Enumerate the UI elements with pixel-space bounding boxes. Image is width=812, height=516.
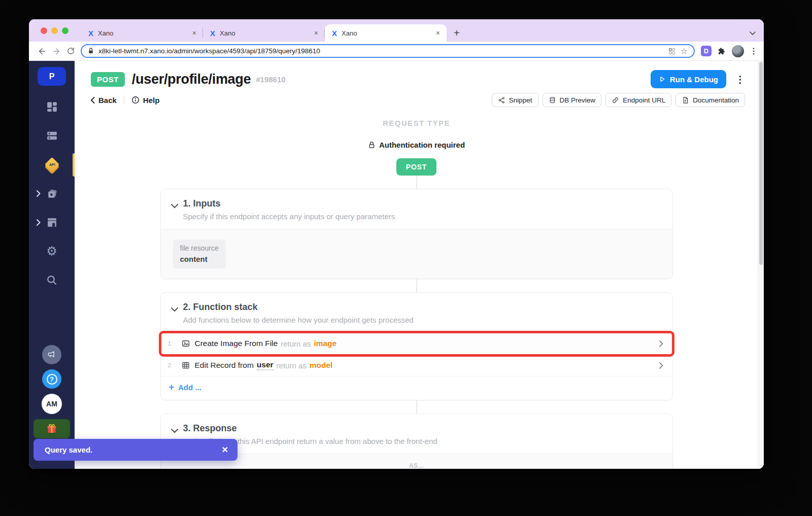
url-text[interactable]: x8ki-letl-twmt.n7.xano.io/admin/workspac… xyxy=(98,47,663,55)
response-self: as self xyxy=(172,468,196,469)
tab-strip: X Xano × X Xano × X Xano × + xyxy=(29,19,764,42)
sidebar-item-library[interactable] xyxy=(29,187,75,200)
endpoint-id: #198610 xyxy=(256,75,285,84)
megaphone-icon xyxy=(47,350,57,360)
chevron-down-icon[interactable] xyxy=(171,201,178,222)
return-as-label: return as xyxy=(281,339,311,348)
gift-icon xyxy=(46,423,58,435)
table-name: user xyxy=(257,360,274,370)
dashboard-icon xyxy=(46,100,58,113)
sidebar-item-dashboard[interactable] xyxy=(29,100,75,113)
table-icon xyxy=(181,361,190,370)
sidebar-item-settings[interactable]: ⚙ xyxy=(29,245,75,258)
run-debug-button[interactable]: Run & Debug xyxy=(651,70,726,88)
marketplace-icon xyxy=(46,216,58,229)
function-row-edit-record[interactable]: 2. Edit Record from user return as model xyxy=(161,355,672,376)
sidebar-item-api-active[interactable]: API xyxy=(29,158,75,171)
xano-favicon-icon: X xyxy=(332,29,337,38)
extension-d-icon[interactable]: D xyxy=(701,46,712,56)
return-variable: image xyxy=(314,339,336,348)
plus-icon: + xyxy=(169,383,175,392)
snippet-button[interactable]: Snippet xyxy=(492,93,538,107)
close-icon[interactable]: ✕ xyxy=(222,445,228,455)
inputs-header[interactable]: 1. Inputs Specify if this endpoint accep… xyxy=(161,189,672,229)
extensions-puzzle-icon[interactable] xyxy=(717,47,726,56)
help-button[interactable]: ? xyxy=(42,369,61,389)
bookmark-star-icon[interactable]: ☆ xyxy=(681,47,688,55)
tab-xano-2[interactable]: X Xano × xyxy=(203,24,325,42)
search-icon xyxy=(46,274,58,286)
page-header: POST /user/profile/image #198610 Run & D… xyxy=(75,61,758,107)
connector-line xyxy=(416,400,417,414)
input-name: content xyxy=(180,254,219,264)
tab-close-icon[interactable]: × xyxy=(313,29,320,37)
toast-message: Query saved. xyxy=(45,445,222,454)
gift-button[interactable] xyxy=(33,419,70,438)
sidebar-item-marketplace[interactable] xyxy=(29,216,75,229)
documentation-button[interactable]: Documentation xyxy=(675,93,745,107)
browser-toolbar: x8ki-letl-twmt.n7.xano.io/admin/workspac… xyxy=(29,42,764,61)
traffic-light-minimize[interactable] xyxy=(51,27,58,34)
new-tab-button[interactable]: + xyxy=(454,28,460,38)
request-type-label: REQUEST TYPE xyxy=(160,119,673,127)
toast-query-saved: Query saved. ✕ xyxy=(33,439,238,461)
reload-icon[interactable] xyxy=(63,44,78,58)
row-index: 2. xyxy=(168,362,181,368)
library-icon xyxy=(46,187,58,200)
image-icon xyxy=(181,339,190,348)
database-icon xyxy=(549,96,556,104)
browser-profile-avatar[interactable] xyxy=(732,45,744,57)
function-stack-header[interactable]: 2. Function stack Add functions below to… xyxy=(161,293,672,332)
add-function-button[interactable]: + Add ... xyxy=(161,376,672,400)
traffic-light-close[interactable] xyxy=(41,27,47,34)
tab-label: Xano xyxy=(220,29,313,37)
back-icon[interactable] xyxy=(35,44,49,58)
tab-close-icon[interactable]: × xyxy=(434,29,442,37)
account-avatar[interactable]: AM xyxy=(42,394,62,414)
sidebar-nav: API xyxy=(29,100,75,287)
tab-group-icon[interactable] xyxy=(668,47,676,55)
as-label: AS... xyxy=(409,462,424,469)
chevron-right-icon xyxy=(37,190,41,197)
gear-icon: ⚙ xyxy=(46,245,57,257)
scrollbar[interactable] xyxy=(758,61,764,469)
url-bar[interactable]: x8ki-letl-twmt.n7.xano.io/admin/workspac… xyxy=(81,44,695,58)
help-link[interactable]: Help xyxy=(131,96,160,105)
inputs-section: 1. Inputs Specify if this endpoint accep… xyxy=(160,189,673,279)
tab-label: Xano xyxy=(98,29,191,37)
sidebar-bottom: ? AM xyxy=(33,345,70,438)
chevron-right-icon xyxy=(659,340,663,347)
back-button[interactable]: Back xyxy=(91,96,117,105)
tab-close-icon[interactable]: × xyxy=(191,29,198,37)
connector-line xyxy=(416,279,417,292)
db-preview-button[interactable]: DB Preview xyxy=(543,93,602,107)
divider xyxy=(124,95,124,105)
announcements-button[interactable] xyxy=(42,345,61,364)
add-label: Add ... xyxy=(178,383,201,392)
tab-search-chevron-icon[interactable] xyxy=(750,31,756,36)
tab-xano-3-active[interactable]: X Xano × xyxy=(325,24,447,42)
workspace-logo[interactable]: P xyxy=(38,67,66,86)
link-icon xyxy=(612,96,619,104)
scrollbar-thumb[interactable] xyxy=(759,62,763,265)
row-index: 1. xyxy=(168,340,181,347)
tab-xano-1[interactable]: X Xano × xyxy=(81,24,203,42)
chevron-down-icon[interactable] xyxy=(171,305,178,325)
sidebar-item-search[interactable] xyxy=(29,273,75,287)
chevron-right-icon xyxy=(37,219,41,226)
traffic-light-zoom[interactable] xyxy=(62,27,69,34)
tab-label: Xano xyxy=(342,29,434,37)
function-name: Create Image From File xyxy=(195,339,278,348)
endpoint-url-button[interactable]: Endpoint URL xyxy=(605,93,671,107)
xano-favicon-icon: X xyxy=(88,29,93,38)
sidebar-item-database[interactable] xyxy=(29,129,75,142)
connector-line xyxy=(416,176,417,189)
input-chip-content[interactable]: file resource content xyxy=(173,239,226,268)
forward-icon[interactable] xyxy=(49,44,63,58)
auth-required[interactable]: Authentication required xyxy=(160,141,673,149)
browser-menu-icon[interactable]: ⋮ xyxy=(750,46,758,56)
section-title: 1. Inputs xyxy=(183,198,395,209)
function-row-create-image[interactable]: 1. Create Image From File return as imag… xyxy=(161,333,672,355)
page-menu-icon[interactable]: ⋮ xyxy=(735,74,745,85)
request-method-button[interactable]: POST xyxy=(396,158,436,176)
